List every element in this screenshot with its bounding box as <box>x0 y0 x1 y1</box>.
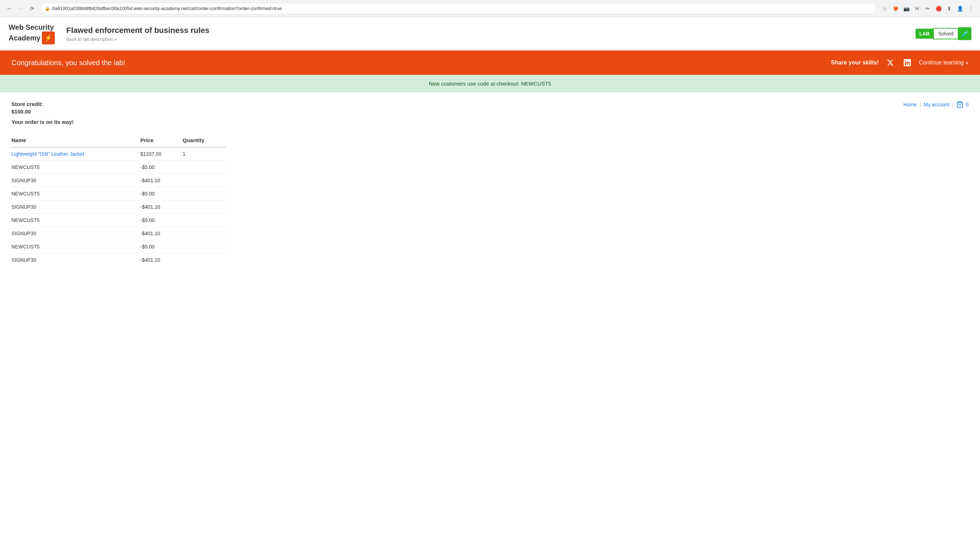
lab-info: Flawed enforcement of business rules Bac… <box>66 26 916 42</box>
cell-price: -$5.00 <box>140 161 183 174</box>
cell-product-name: NEWCUST5 <box>11 187 140 201</box>
nav-separator-1: | <box>920 102 921 107</box>
page-header: Web Security Academy ⚡ Flawed enforcemen… <box>0 17 980 51</box>
promo-banner: New customers use code at checkout: NEWC… <box>0 75 980 92</box>
store-credit-section: Store credit: $100.00 Your order is on i… <box>11 101 74 125</box>
product-link[interactable]: Lightweight "l33t" Leather Jacket <box>11 151 84 157</box>
profile-button[interactable]: 👤 <box>955 3 965 14</box>
reload-button[interactable]: ⟳ <box>27 3 37 14</box>
congrats-banner: Congratulations, you solved the lab! Sha… <box>0 51 980 75</box>
cell-product-name: SIGNUP30 <box>11 253 140 267</box>
cell-quantity <box>183 174 226 187</box>
table-row: SIGNUP30-$401.10 <box>11 174 226 187</box>
cell-quantity <box>183 214 226 227</box>
congrats-text: Congratulations, you solved the lab! <box>11 59 125 67</box>
cell-price: -$401.10 <box>140 174 183 187</box>
order-table: Name Price Quantity Lightweight "l33t" L… <box>11 134 226 266</box>
solved-text: Solved <box>933 28 959 40</box>
cell-product-name: SIGNUP30 <box>11 201 140 214</box>
table-row: NEWCUST5-$5.00 <box>11 240 226 253</box>
url-text: 0a91001a039b68fb826dfbec00a1005d.web-sec… <box>52 6 872 11</box>
cell-quantity <box>183 253 226 267</box>
browser-actions: ☆ 🦊 📷 H ✏ 🔴 ⬇ 👤 ⋮ <box>880 3 976 14</box>
linkedin-button[interactable] <box>902 57 913 68</box>
cell-product-name[interactable]: Lightweight "l33t" Leather Jacket <box>11 147 140 161</box>
cell-quantity <box>183 161 226 174</box>
cell-price: -$401.10 <box>140 253 183 267</box>
lab-title: Flawed enforcement of business rules <box>66 26 916 35</box>
cell-quantity <box>183 227 226 240</box>
flask-button[interactable]: 🧪 <box>959 27 971 40</box>
table-header-row: Name Price Quantity <box>11 134 226 147</box>
top-row: Store credit: $100.00 Your order is on i… <box>11 101 969 125</box>
col-header-quantity: Quantity <box>183 134 226 147</box>
cell-product-name: SIGNUP30 <box>11 227 140 240</box>
main-content: Store credit: $100.00 Your order is on i… <box>0 92 980 275</box>
twitter-button[interactable] <box>885 57 896 68</box>
col-header-price: Price <box>140 134 183 147</box>
cell-quantity <box>183 201 226 214</box>
logo-text-line2-row: Academy ⚡ <box>9 32 55 45</box>
logo-text-line2: Academy <box>9 34 40 42</box>
cell-product-name: NEWCUST5 <box>11 214 140 227</box>
cell-quantity <box>183 240 226 253</box>
nav-separator-2: | <box>953 102 954 107</box>
store-credit-label: Store credit: <box>11 101 74 107</box>
lab-badge: LAB <box>916 29 933 39</box>
logo-icon: ⚡ <box>42 32 55 45</box>
menu-button[interactable]: ⋮ <box>966 3 976 14</box>
share-label: Share your skills! <box>831 59 879 66</box>
browser-chrome: ← → ⟳ 🔒 0a91001a039b68fb826dfbec00a1005d… <box>0 0 980 17</box>
extension-icon-1[interactable]: 🦊 <box>891 3 900 14</box>
extension-icon-2[interactable]: 📷 <box>901 3 911 14</box>
order-message: Your order is on its way! <box>11 119 74 125</box>
cell-product-name: NEWCUST5 <box>11 240 140 253</box>
nav-buttons: ← → ⟳ <box>4 3 37 14</box>
cell-quantity <box>183 187 226 201</box>
lab-status: LAB Solved 🧪 <box>916 27 971 40</box>
store-credit-amount: $100.00 <box>11 108 74 115</box>
back-to-lab-link[interactable]: Back to lab description » <box>66 37 916 42</box>
logo-text-line1: Web Security <box>9 23 55 32</box>
banner-right: Share your skills! Continue learning » <box>831 57 969 68</box>
cart-count: 0 <box>966 102 969 107</box>
logo-area: Web Security Academy ⚡ <box>9 23 55 45</box>
shop-nav: Home | My account | 0 <box>904 101 969 108</box>
cell-product-name: NEWCUST5 <box>11 161 140 174</box>
table-row: SIGNUP30-$401.10 <box>11 227 226 240</box>
cell-price: -$5.00 <box>140 214 183 227</box>
bookmark-button[interactable]: ☆ <box>880 3 890 14</box>
promo-text: New customers use code at checkout: NEWC… <box>429 81 551 87</box>
lock-icon: 🔒 <box>45 6 50 11</box>
extension-icon-6[interactable]: ⬇ <box>944 3 954 14</box>
table-row: NEWCUST5-$5.00 <box>11 187 226 201</box>
cell-product-name: SIGNUP30 <box>11 174 140 187</box>
col-header-name: Name <box>11 134 140 147</box>
table-row: Lightweight "l33t" Leather Jacket$1337.0… <box>11 147 226 161</box>
cell-quantity: 1 <box>183 147 226 161</box>
cell-price: $1337.00 <box>140 147 183 161</box>
cell-price: -$5.00 <box>140 187 183 201</box>
extension-icon-4[interactable]: ✏ <box>923 3 933 14</box>
cell-price: -$401.10 <box>140 201 183 214</box>
continue-learning-link[interactable]: Continue learning » <box>919 59 969 66</box>
cell-price: -$401.10 <box>140 227 183 240</box>
table-row: NEWCUST5-$5.00 <box>11 161 226 174</box>
table-row: NEWCUST5-$5.00 <box>11 214 226 227</box>
table-row: SIGNUP30-$401.10 <box>11 253 226 267</box>
address-bar[interactable]: 🔒 0a91001a039b68fb826dfbec00a1005d.web-s… <box>40 3 877 14</box>
table-row: SIGNUP30-$401.10 <box>11 201 226 214</box>
cell-price: -$5.00 <box>140 240 183 253</box>
extension-icon-5[interactable]: 🔴 <box>934 3 943 14</box>
home-link[interactable]: Home <box>904 102 916 107</box>
back-button[interactable]: ← <box>4 3 14 14</box>
extension-icon-3[interactable]: H <box>912 3 922 14</box>
forward-button[interactable]: → <box>16 3 26 14</box>
my-account-link[interactable]: My account <box>924 102 950 107</box>
cart-icon <box>956 101 964 108</box>
cart-area[interactable]: 0 <box>956 101 969 108</box>
